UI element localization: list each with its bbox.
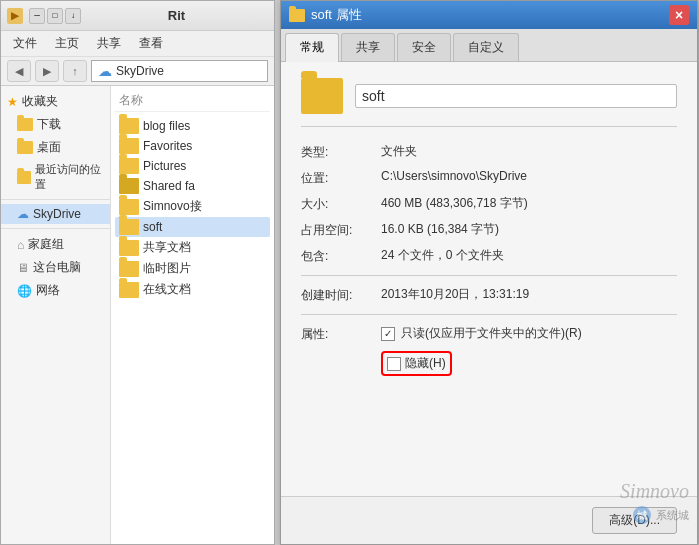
menu-view[interactable]: 查看 <box>131 33 171 54</box>
props-label-size: 大小: <box>301 195 381 213</box>
props-content: soft 类型: 文件夹 位置: C:\Users\simnovo\SkyDri… <box>281 62 697 496</box>
nav-back[interactable]: ◀ <box>7 60 31 82</box>
file-item[interactable]: Favorites <box>115 136 270 156</box>
tab-security[interactable]: 安全 <box>397 33 451 61</box>
menu-share[interactable]: 共享 <box>89 33 129 54</box>
props-row-location: 位置: C:\Users\simnovo\SkyDrive <box>301 169 677 187</box>
props-row-disksize: 占用空间: 16.0 KB (16,384 字节) <box>301 221 677 239</box>
folder-icon <box>119 138 139 154</box>
menu-file[interactable]: 文件 <box>5 33 45 54</box>
hidden-checkbox[interactable] <box>387 357 401 371</box>
sidebar-label-network: 网络 <box>36 282 60 299</box>
props-label-contains: 包含: <box>301 247 381 265</box>
props-tabs: 常规 共享 安全 自定义 <box>281 29 697 62</box>
file-item-soft[interactable]: soft <box>115 217 270 237</box>
props-value-location: C:\Users\simnovo\SkyDrive <box>381 169 677 183</box>
sidebar-label-homegroup: 家庭组 <box>28 236 64 253</box>
props-attr-readonly: 只读(仅应用于文件夹中的文件)(R) <box>381 325 582 342</box>
props-folder-big-icon <box>301 78 343 114</box>
sidebar-item-recent[interactable]: 最近访问的位置 <box>1 159 110 195</box>
sidebar-section-favorites: ★ 收藏夹 下载 桌面 最近访问的位置 <box>1 90 110 195</box>
props-value-created: 2013年10月20日，13:31:19 <box>381 286 677 303</box>
hidden-label: 隐藏(H) <box>405 355 446 372</box>
folder-icon <box>119 199 139 215</box>
explorer-title: Rit <box>168 8 185 23</box>
hidden-attr-highlight: 隐藏(H) <box>381 351 452 376</box>
title-buttons: ─ □ ↓ <box>29 8 81 24</box>
file-name: Shared fa <box>143 179 195 193</box>
file-item[interactable]: 临时图片 <box>115 258 270 279</box>
sidebar-label-favorites: 收藏夹 <box>22 93 58 110</box>
sidebar-item-network[interactable]: 🌐 网络 <box>1 279 110 302</box>
file-item[interactable]: blog files <box>115 116 270 136</box>
advanced-button[interactable]: 高级(D)... <box>592 507 677 534</box>
file-name: Pictures <box>143 159 186 173</box>
sidebar-item-download[interactable]: 下载 <box>1 113 110 136</box>
props-attributes: 属性: 只读(仅应用于文件夹中的文件)(R) 隐藏(H) <box>301 325 677 376</box>
folder-icon <box>17 171 31 184</box>
title-btn-2[interactable]: □ <box>47 8 63 24</box>
address-bar[interactable]: ☁ SkyDrive <box>91 60 268 82</box>
ribbon-nav: ◀ ▶ ↑ ☁ SkyDrive <box>1 57 274 85</box>
sidebar-item-homegroup[interactable]: ⌂ 家庭组 <box>1 233 110 256</box>
pc-icon: 🖥 <box>17 261 29 275</box>
title-btn-1[interactable]: ─ <box>29 8 45 24</box>
nav-up[interactable]: ↑ <box>63 60 87 82</box>
explorer-ribbon: 文件 主页 共享 查看 ◀ ▶ ↑ ☁ SkyDrive <box>1 31 274 86</box>
folder-icon <box>119 219 139 235</box>
tab-share[interactable]: 共享 <box>341 33 395 61</box>
readonly-checkbox[interactable] <box>381 327 395 341</box>
sidebar-item-thispc[interactable]: 🖥 这台电脑 <box>1 256 110 279</box>
file-item[interactable]: Pictures <box>115 156 270 176</box>
props-titlebar: soft 属性 × <box>281 1 697 29</box>
sidebar-label-thispc: 这台电脑 <box>33 259 81 276</box>
sidebar-item-skydrive[interactable]: ☁ SkyDrive <box>1 204 110 224</box>
props-row-created: 创建时间: 2013年10月20日，13:31:19 <box>301 286 677 304</box>
explorer-body: ★ 收藏夹 下载 桌面 最近访问的位置 ☁ Sky <box>1 86 274 544</box>
props-value-contains: 24 个文件，0 个文件夹 <box>381 247 677 264</box>
props-row-type: 类型: 文件夹 <box>301 143 677 161</box>
properties-dialog: soft 属性 × 常规 共享 安全 自定义 soft 类型: 文件夹 位置: … <box>280 0 698 545</box>
explorer-title-icon: ▶ <box>7 8 23 24</box>
folder-icon <box>119 240 139 256</box>
hidden-attr-row: 隐藏(H) <box>301 351 677 376</box>
home-icon: ⌂ <box>17 238 24 252</box>
nav-forward[interactable]: ▶ <box>35 60 59 82</box>
file-item[interactable]: Shared fa <box>115 176 270 196</box>
file-item[interactable]: 共享文档 <box>115 237 270 258</box>
folder-icon-shared <box>119 178 139 194</box>
explorer-window: ▶ ─ □ ↓ Rit 文件 主页 共享 查看 ◀ ▶ ↑ ☁ SkyDrive <box>0 0 275 545</box>
file-item[interactable]: Simnovo接 <box>115 196 270 217</box>
sidebar-item-desktop[interactable]: 桌面 <box>1 136 110 159</box>
props-divider-2 <box>301 314 677 315</box>
title-btn-3[interactable]: ↓ <box>65 8 81 24</box>
props-row-size: 大小: 460 MB (483,306,718 字节) <box>301 195 677 213</box>
file-item[interactable]: 在线文档 <box>115 279 270 300</box>
tab-custom[interactable]: 自定义 <box>453 33 519 61</box>
explorer-titlebar: ▶ ─ □ ↓ Rit <box>1 1 274 31</box>
file-name: Favorites <box>143 139 192 153</box>
sidebar-label-desktop: 桌面 <box>37 139 61 156</box>
file-name: blog files <box>143 119 190 133</box>
file-name: 在线文档 <box>143 281 191 298</box>
cloud-icon: ☁ <box>98 63 112 79</box>
file-name: 共享文档 <box>143 239 191 256</box>
props-label-attrs: 属性: <box>301 325 381 343</box>
file-name: 临时图片 <box>143 260 191 277</box>
sidebar-label-download: 下载 <box>37 116 61 133</box>
folder-icon <box>119 282 139 298</box>
tab-general[interactable]: 常规 <box>285 33 339 62</box>
props-divider-1 <box>301 275 677 276</box>
props-footer: 高级(D)... <box>281 496 697 544</box>
file-list-header: 名称 <box>115 90 270 112</box>
props-row-contains: 包含: 24 个文件，0 个文件夹 <box>301 247 677 265</box>
sidebar-header-favorites[interactable]: ★ 收藏夹 <box>1 90 110 113</box>
props-close-button[interactable]: × <box>669 5 689 25</box>
cloud-sidebar-icon: ☁ <box>17 207 29 221</box>
sidebar-label-recent: 最近访问的位置 <box>35 162 102 192</box>
props-folder-header: soft <box>301 78 677 127</box>
props-value-size: 460 MB (483,306,718 字节) <box>381 195 677 212</box>
props-title-folder-icon <box>289 9 305 22</box>
props-folder-name-input[interactable]: soft <box>355 84 677 108</box>
menu-home[interactable]: 主页 <box>47 33 87 54</box>
